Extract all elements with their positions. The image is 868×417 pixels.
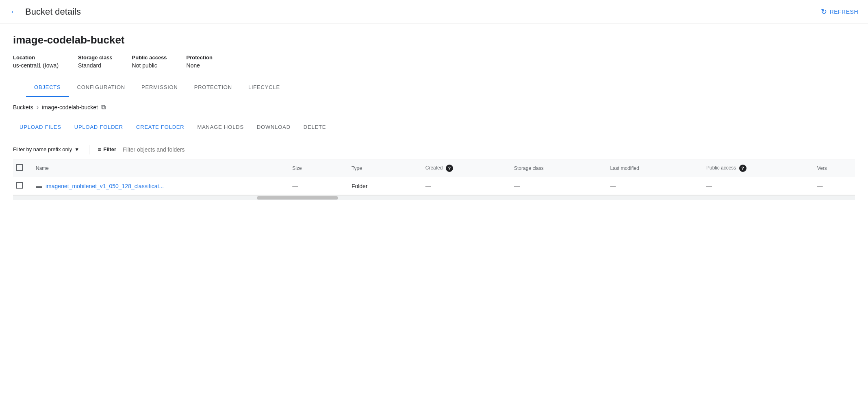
col-public-access-label: Public access [706, 165, 736, 171]
filter-prefix-dropdown[interactable]: Filter by name prefix only ▼ [13, 143, 84, 156]
scrollbar-thumb[interactable] [257, 196, 338, 200]
filter-divider [89, 145, 89, 154]
bucket-name: image-codelab-bucket [13, 34, 855, 46]
page-header: ← Bucket details ↻ REFRESH [0, 0, 868, 24]
page-title: Bucket details [25, 7, 81, 17]
col-header-name: Name [29, 159, 286, 177]
chevron-down-icon: ▼ [74, 147, 79, 152]
refresh-label: REFRESH [830, 9, 858, 15]
breadcrumb-chevron-icon: › [37, 104, 39, 111]
table-row: ▬ imagenet_mobilenet_v1_050_128_classifi… [13, 177, 855, 195]
row-storage-class: — [508, 177, 603, 195]
scrollbar-area[interactable] [13, 195, 855, 200]
row-size: — [286, 177, 345, 195]
protection-label: Protection [187, 54, 213, 61]
meta-row: Location us-central1 (Iowa) Storage clas… [13, 54, 855, 69]
location-value: us-central1 (Iowa) [13, 62, 59, 69]
refresh-icon: ↻ [821, 7, 827, 16]
download-button[interactable]: DOWNLOAD [250, 121, 297, 133]
objects-table: Name Size Type Created ? Storage class L… [13, 159, 855, 195]
filter-label: Filter [103, 146, 116, 152]
public-access-value: Not public [132, 62, 167, 69]
filter-button[interactable]: ≡ Filter [94, 145, 119, 154]
create-folder-button[interactable]: CREATE FOLDER [130, 121, 191, 133]
tab-lifecycle[interactable]: LIFECYCLE [240, 78, 288, 97]
filter-prefix-label: Filter by name prefix only [13, 146, 72, 152]
folder-link[interactable]: ▬ imagenet_mobilenet_v1_050_128_classifi… [36, 182, 279, 190]
folder-icon: ▬ [36, 182, 42, 190]
manage-holds-button[interactable]: MANAGE HOLDS [191, 121, 250, 133]
col-header-type: Type [345, 159, 419, 177]
tab-protection[interactable]: PROTECTION [186, 78, 240, 97]
upload-files-button[interactable]: UPLOAD FILES [13, 121, 68, 133]
filter-row: Filter by name prefix only ▼ ≡ Filter [13, 143, 855, 159]
col-header-storage-class: Storage class [508, 159, 603, 177]
table-header-row: Name Size Type Created ? Storage class L… [13, 159, 855, 177]
storage-class-label: Storage class [78, 54, 113, 61]
refresh-button[interactable]: ↻ REFRESH [821, 7, 858, 16]
tab-configuration[interactable]: CONFIGURATION [69, 78, 134, 97]
row-public-access: — [700, 177, 811, 195]
meta-storage-class: Storage class Standard [78, 54, 113, 69]
col-header-size: Size [286, 159, 345, 177]
filter-input[interactable] [119, 145, 855, 154]
storage-class-value: Standard [78, 62, 113, 69]
header-checkbox-cell [13, 159, 29, 177]
tabs-container: OBJECTS CONFIGURATION PERMISSION PROTECT… [13, 78, 855, 97]
content-area: Buckets › image-codelab-bucket ⧉ UPLOAD … [0, 97, 868, 206]
upload-folder-button[interactable]: UPLOAD FOLDER [68, 121, 130, 133]
bucket-info: image-codelab-bucket Location us-central… [0, 24, 868, 97]
select-all-checkbox[interactable] [16, 164, 23, 171]
breadcrumb: Buckets › image-codelab-bucket ⧉ [13, 104, 855, 111]
copy-icon[interactable]: ⧉ [101, 104, 106, 111]
meta-protection: Protection None [187, 54, 213, 69]
row-last-modified: — [604, 177, 700, 195]
col-header-public-access: Public access ? [700, 159, 811, 177]
col-header-created: Created ? [419, 159, 508, 177]
back-button[interactable]: ← [10, 7, 19, 16]
filter-icon: ≡ [98, 146, 101, 153]
tab-permission[interactable]: PERMISSION [133, 78, 186, 97]
row-checkbox-cell [13, 177, 29, 195]
created-help-icon[interactable]: ? [446, 165, 453, 172]
delete-button[interactable]: DELETE [297, 121, 332, 133]
location-label: Location [13, 54, 59, 61]
meta-public-access: Public access Not public [132, 54, 167, 69]
header-left: ← Bucket details [10, 7, 81, 17]
col-created-label: Created [425, 165, 443, 171]
col-header-last-modified: Last modified [604, 159, 700, 177]
protection-value: None [187, 62, 213, 69]
col-header-versioning: Vers [811, 159, 855, 177]
action-bar: UPLOAD FILES UPLOAD FOLDER CREATE FOLDER… [13, 117, 855, 137]
row-name: ▬ imagenet_mobilenet_v1_050_128_classifi… [29, 177, 286, 195]
folder-name[interactable]: imagenet_mobilenet_v1_050_128_classifica… [46, 183, 164, 189]
row-type: Folder [345, 177, 419, 195]
row-created: — [419, 177, 508, 195]
meta-location: Location us-central1 (Iowa) [13, 54, 59, 69]
public-access-label: Public access [132, 54, 167, 61]
row-versioning: — [811, 177, 855, 195]
breadcrumb-root[interactable]: Buckets [13, 104, 33, 111]
tab-objects[interactable]: OBJECTS [26, 78, 69, 97]
breadcrumb-current: image-codelab-bucket [42, 104, 98, 111]
row-checkbox[interactable] [16, 182, 23, 189]
public-access-help-icon[interactable]: ? [739, 165, 746, 172]
